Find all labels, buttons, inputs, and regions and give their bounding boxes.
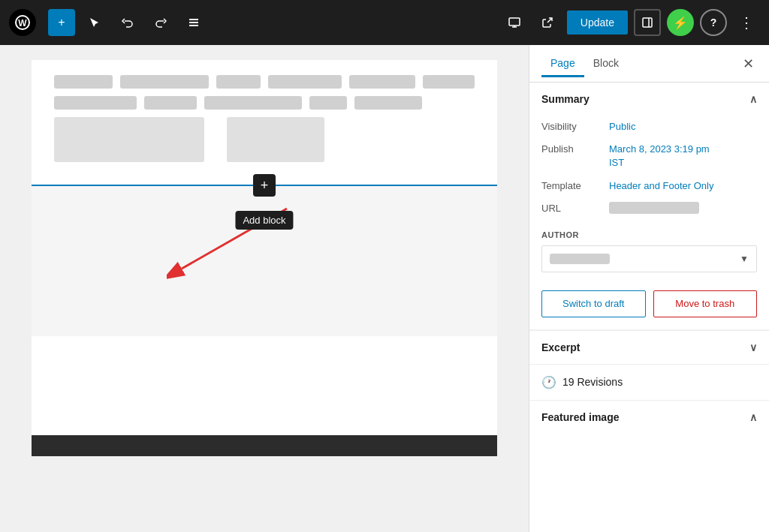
undo-icon	[122, 17, 134, 29]
svg-rect-3	[189, 22, 198, 23]
main-area: + Add block Page	[0, 45, 769, 532]
visibility-label: Visibility	[541, 120, 609, 132]
editor-area: + Add block	[0, 45, 529, 532]
excerpt-title: Excerpt	[541, 341, 580, 353]
preview-button[interactable]	[501, 9, 528, 36]
add-icon: +	[58, 16, 65, 29]
author-label: AUTHOR	[541, 230, 757, 239]
sidebar-icon	[641, 17, 653, 29]
update-button[interactable]: Update	[567, 11, 628, 35]
main-toolbar: W + Update ⚡ ? ⋮	[0, 0, 769, 45]
help-button[interactable]: ?	[700, 9, 727, 36]
author-section: AUTHOR ▼	[529, 230, 769, 284]
more-icon: ⋮	[739, 14, 755, 32]
visibility-row: Visibility Public	[541, 116, 757, 138]
blurred-content	[32, 60, 497, 185]
featured-image-chevron-icon: ∧	[749, 411, 757, 423]
template-value[interactable]: Header and Footer Only	[609, 179, 713, 193]
add-block-button[interactable]: +	[253, 174, 276, 197]
revisions-label: 19 Revisions	[562, 376, 623, 388]
summary-content: Visibility Public Publish March 8, 2023 …	[529, 116, 769, 230]
featured-image-header[interactable]: Featured image ∧	[529, 400, 769, 434]
summary-chevron-icon: ∧	[749, 93, 757, 105]
sidebar-close-button[interactable]: ✕	[740, 53, 757, 75]
template-row: Template Header and Footer Only	[541, 175, 757, 197]
excerpt-header[interactable]: Excerpt ∨	[529, 330, 769, 364]
visibility-value[interactable]: Public	[609, 120, 635, 134]
publish-value[interactable]: March 8, 2023 3:19 pm IST	[609, 143, 710, 170]
svg-rect-4	[189, 25, 198, 26]
more-options-button[interactable]: ⋮	[733, 9, 760, 36]
revisions-row[interactable]: 🕐 19 Revisions	[529, 364, 769, 400]
publish-row: Publish March 8, 2023 3:19 pm IST	[541, 138, 757, 174]
monitor-icon	[508, 16, 521, 29]
summary-section: Summary ∧ Visibility Public Publish Marc…	[529, 83, 769, 330]
action-buttons: Switch to draft Move to trash	[529, 284, 769, 329]
url-label: URL	[541, 202, 609, 214]
tab-page[interactable]: Page	[541, 51, 584, 77]
empty-block-area	[32, 186, 497, 336]
publish-timezone: IST	[609, 157, 624, 168]
undo-button[interactable]	[114, 9, 141, 36]
summary-title: Summary	[541, 93, 590, 105]
author-blur-value	[550, 254, 610, 264]
cursor-icon	[89, 17, 101, 29]
tab-block[interactable]: Block	[584, 51, 628, 77]
switch-to-draft-button[interactable]: Switch to draft	[541, 290, 646, 317]
wp-logo[interactable]: W	[9, 9, 36, 36]
editor-content: + Add block	[32, 60, 497, 435]
list-view-button[interactable]	[180, 9, 207, 36]
performance-button[interactable]: ⚡	[667, 9, 694, 36]
move-to-trash-button[interactable]: Move to trash	[653, 290, 758, 317]
redo-icon	[155, 17, 167, 29]
url-row: URL	[541, 197, 757, 218]
summary-header[interactable]: Summary ∧	[529, 83, 769, 116]
svg-rect-6	[643, 18, 652, 27]
sidebar-toggle-button[interactable]	[634, 9, 661, 36]
url-value[interactable]	[609, 202, 699, 214]
svg-rect-2	[189, 19, 198, 20]
editor-bottom-bar	[32, 435, 497, 456]
add-block-toolbar-button[interactable]: +	[48, 9, 75, 36]
template-label: Template	[541, 179, 609, 191]
sidebar-panel: Page Block ✕ Summary ∧ Visibility Public…	[529, 45, 769, 532]
excerpt-chevron-icon: ∨	[749, 341, 757, 353]
revisions-clock-icon: 🕐	[541, 375, 556, 389]
featured-image-title: Featured image	[541, 411, 619, 423]
publish-label: Publish	[541, 143, 609, 155]
publish-date: March 8, 2023 3:19 pm	[609, 143, 710, 155]
add-block-tooltip: Add block	[235, 211, 293, 230]
author-select[interactable]: ▼	[541, 245, 757, 272]
redo-button[interactable]	[147, 9, 174, 36]
lightning-icon: ⚡	[673, 16, 688, 30]
help-icon: ?	[710, 17, 717, 29]
list-view-icon	[188, 17, 200, 29]
select-tool-button[interactable]	[81, 9, 108, 36]
svg-text:W: W	[18, 18, 27, 29]
external-link-button[interactable]	[534, 9, 561, 36]
sidebar-tabs: Page Block ✕	[529, 45, 769, 83]
toolbar-right: Update ⚡ ? ⋮	[501, 9, 760, 36]
author-dropdown-icon: ▼	[740, 254, 749, 264]
external-link-icon	[541, 17, 553, 29]
svg-rect-5	[509, 18, 520, 26]
